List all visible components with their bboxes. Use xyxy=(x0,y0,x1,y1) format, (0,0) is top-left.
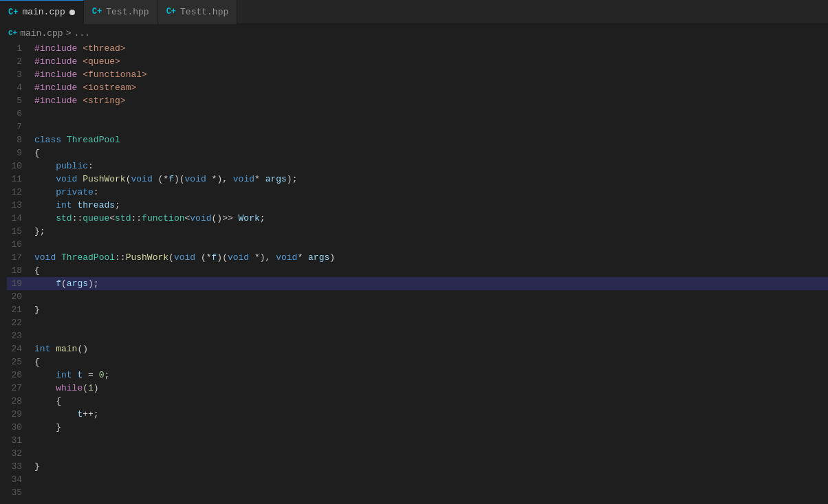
breadcrumb-rest: ... xyxy=(74,28,89,39)
tab-test-hpp[interactable]: C+ Test.hpp xyxy=(84,0,158,24)
line-22: 22 xyxy=(7,316,828,329)
line-8: 8 class ThreadPool xyxy=(7,133,828,146)
line-24: 24 int main() xyxy=(7,342,828,355)
editor[interactable]: 1 #include <thread> 2 #include <queue> 3… xyxy=(0,42,828,504)
breadcrumb: C+ main.cpp > ... xyxy=(0,24,828,42)
cpp-icon-2: C+ xyxy=(92,7,102,17)
code-area: 1 #include <thread> 2 #include <queue> 3… xyxy=(0,42,828,504)
line-19: 19 f(args); xyxy=(7,277,828,290)
line-2: 2 #include <queue> xyxy=(7,55,828,68)
line-10: 10 public: xyxy=(7,160,828,173)
line-5: 5 #include <string> xyxy=(7,94,828,107)
line-7: 7 xyxy=(7,120,828,133)
breadcrumb-separator: > xyxy=(66,28,72,39)
line-6: 6 xyxy=(7,107,828,120)
tab-label-2: Test.hpp xyxy=(106,7,149,17)
line-16: 16 xyxy=(7,238,828,251)
line-3: 3 #include <functional> xyxy=(7,68,828,81)
line-29: 29 t++; xyxy=(7,408,828,421)
cpp-icon-3: C+ xyxy=(166,7,176,17)
line-28: 28 { xyxy=(7,395,828,408)
line-35: 35 xyxy=(7,486,828,499)
line-34: 34 xyxy=(7,473,828,486)
line-13: 13 int threads; xyxy=(7,199,828,212)
line-27: 27 while(1) xyxy=(7,382,828,395)
line-4: 4 #include <iostream> xyxy=(7,81,828,94)
line-11: 11 void PushWork(void (*f)(void *), void… xyxy=(7,173,828,186)
tab-bar: C+ main.cpp C+ Test.hpp C+ Testt.hpp xyxy=(0,0,828,24)
tab-label-3: Testt.hpp xyxy=(180,7,228,17)
line-14: 14 std::queue<std::function<void()>> Wor… xyxy=(7,212,828,225)
line-23: 23 xyxy=(7,329,828,342)
tab-label-1: main.cpp xyxy=(22,7,65,17)
line-32: 32 xyxy=(7,447,828,460)
line-17: 17 void ThreadPool::PushWork(void (*f)(v… xyxy=(7,251,828,264)
line-25: 25 { xyxy=(7,355,828,369)
line-31: 31 xyxy=(7,434,828,447)
line-15: 15 }; xyxy=(7,225,828,238)
line-26: 26 int t = 0; xyxy=(7,369,828,382)
cpp-icon-1: C+ xyxy=(8,8,18,17)
unsaved-dot-1 xyxy=(69,10,75,15)
breadcrumb-file[interactable]: main.cpp xyxy=(20,28,63,39)
line-1: 1 #include <thread> xyxy=(7,42,828,55)
tab-main-cpp[interactable]: C+ main.cpp xyxy=(0,0,84,24)
line-33: 33 } xyxy=(7,460,828,473)
line-21: 21 } xyxy=(7,303,828,316)
line-20: 20 xyxy=(7,290,828,303)
line-9: 9 { xyxy=(7,146,828,160)
breadcrumb-icon: C+ xyxy=(8,29,17,37)
tab-testt-hpp[interactable]: C+ Testt.hpp xyxy=(158,0,238,24)
line-12: 12 private: xyxy=(7,186,828,199)
line-18: 18 { xyxy=(7,264,828,277)
line-30: 30 } xyxy=(7,421,828,434)
